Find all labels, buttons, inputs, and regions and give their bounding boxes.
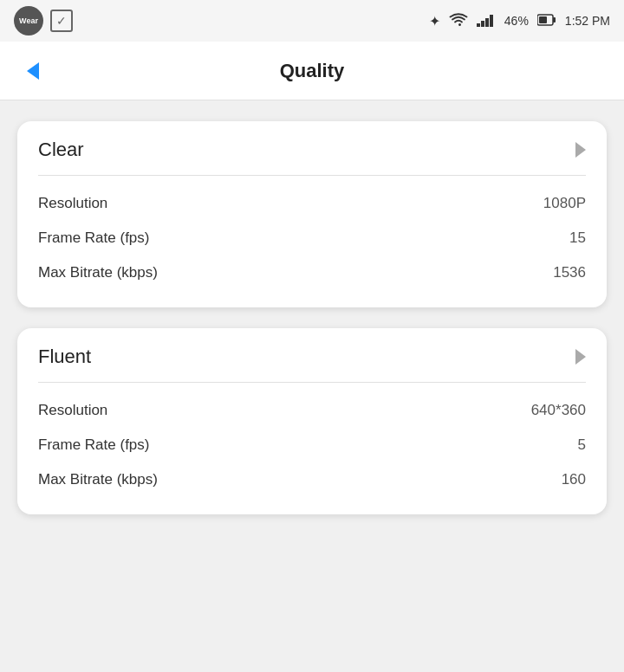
clear-framerate-value: 15: [569, 229, 586, 247]
back-button[interactable]: [17, 55, 49, 87]
fluent-framerate-value: 5: [578, 436, 586, 454]
fluent-bitrate-value: 160: [562, 471, 586, 488]
svg-rect-3: [490, 15, 493, 27]
svg-rect-1: [481, 21, 484, 27]
fluent-card-chevron-icon: [575, 349, 586, 365]
clear-card-chevron-icon: [575, 142, 586, 158]
clear-card-header[interactable]: Clear: [17, 121, 607, 175]
svg-rect-6: [539, 16, 547, 23]
bluetooth-icon: ✦: [429, 13, 440, 29]
fluent-card-header[interactable]: Fluent: [17, 328, 607, 382]
table-row: Frame Rate (fps) 5: [38, 428, 586, 462]
clear-card[interactable]: Clear Resolution 1080P Frame Rate (fps) …: [17, 121, 607, 307]
fluent-bitrate-label: Max Bitrate (kbps): [38, 471, 158, 488]
signal-icon: [477, 13, 496, 29]
fluent-card-title: Fluent: [38, 346, 91, 368]
fluent-framerate-label: Frame Rate (fps): [38, 436, 149, 454]
svg-rect-0: [477, 23, 480, 27]
table-row: Resolution 640*360: [38, 393, 586, 428]
clear-bitrate-value: 1536: [553, 264, 586, 281]
clear-resolution-label: Resolution: [38, 195, 107, 212]
svg-rect-2: [485, 18, 489, 27]
table-row: Max Bitrate (kbps) 160: [38, 462, 586, 497]
status-bar: Wear ✓ ✦ 46%: [0, 0, 624, 42]
clear-bitrate-label: Max Bitrate (kbps): [38, 264, 158, 281]
status-time: 1:52 PM: [565, 14, 610, 28]
svg-rect-5: [553, 17, 556, 23]
table-row: Frame Rate (fps) 15: [38, 221, 586, 255]
status-bar-right: ✦ 46%: [429, 13, 610, 29]
main-content: Clear Resolution 1080P Frame Rate (fps) …: [0, 100, 624, 535]
app-bar: Quality: [0, 42, 624, 100]
status-bar-left: Wear ✓: [14, 6, 73, 36]
table-row: Max Bitrate (kbps) 1536: [38, 255, 586, 290]
fluent-resolution-value: 640*360: [531, 402, 586, 419]
fluent-card[interactable]: Fluent Resolution 640*360 Frame Rate (fp…: [17, 328, 607, 514]
fluent-card-body: Resolution 640*360 Frame Rate (fps) 5 Ma…: [17, 383, 607, 514]
battery-percentage: 46%: [504, 14, 529, 28]
wear-icon: Wear: [14, 6, 43, 36]
clear-card-body: Resolution 1080P Frame Rate (fps) 15 Max…: [17, 176, 607, 307]
page-title: Quality: [280, 60, 345, 82]
clear-resolution-value: 1080P: [543, 195, 586, 212]
notification-icon: ✓: [50, 10, 73, 32]
battery-icon: [537, 14, 556, 29]
table-row: Resolution 1080P: [38, 186, 586, 221]
back-chevron-icon: [27, 62, 39, 80]
clear-framerate-label: Frame Rate (fps): [38, 229, 149, 247]
fluent-resolution-label: Resolution: [38, 402, 107, 419]
clear-card-title: Clear: [38, 139, 84, 161]
wifi-icon: [449, 13, 468, 29]
